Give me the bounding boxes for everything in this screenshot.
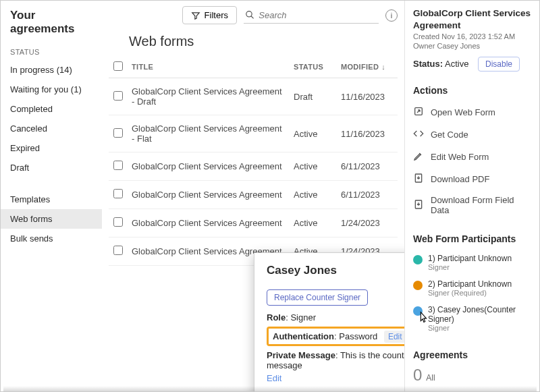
cell-status: Active [290,152,337,181]
edit-icon [413,150,424,163]
row-checkbox[interactable] [113,128,123,138]
info-icon[interactable]: i [385,9,398,22]
nav-item[interactable]: In progress (14) [1,60,102,80]
cell-status: Active [290,209,337,237]
nav-item[interactable]: Canceled [1,119,102,138]
open-icon [413,106,424,119]
table-row[interactable]: GlobalCorp Client Services AgreementActi… [109,181,398,209]
nav-item[interactable]: Completed [1,99,102,119]
row-checkbox[interactable] [113,189,123,198]
cell-modified: 11/16/2023 [337,78,398,115]
participants-heading: Web Form Participants [413,233,533,244]
search-field[interactable] [244,7,379,24]
role-row: Role: Signer [267,312,404,323]
select-all-checkbox[interactable] [113,61,123,71]
col-modified[interactable]: MODIFIED↓ [337,56,398,78]
main-content: Filters i Web forms TITLE STATUS MODIFIE… [102,1,404,391]
cell-title: GlobalCorp Client Services Agreement [128,181,290,209]
cell-status: Active [290,115,337,152]
row-checkbox[interactable] [113,91,123,101]
table-row[interactable]: GlobalCorp Client Services Agreement - D… [109,78,398,115]
agreements-count: 0All [413,366,533,385]
cell-title: GlobalCorp Client Services Agreement - D… [128,78,290,115]
popover-name: Casey Jones [267,264,404,277]
actions-heading: Actions [413,85,533,96]
counter-signer-popover: Casey Jones Replace Counter Signer Role:… [254,252,404,391]
page-title: Your agreements [1,9,102,48]
auth-edit-link[interactable]: Edit [384,331,404,343]
participant-dot-icon [413,281,423,290]
col-title[interactable]: TITLE [128,56,290,78]
filters-button[interactable]: Filters [182,6,237,24]
search-input[interactable] [259,10,377,20]
action-code[interactable]: Get Code [413,123,533,146]
table-row[interactable]: GlobalCorp Client Services Agreement - F… [109,115,398,152]
cell-modified: 6/11/2023 [337,181,398,209]
table-row[interactable]: GlobalCorp Client Services AgreementActi… [109,209,398,237]
participant-item[interactable]: 3) Casey Jones(Counter Signer)Signer [413,301,533,336]
nav-item[interactable]: Web forms [1,209,102,229]
agreements-heading: Agreements [413,349,533,360]
cell-title: GlobalCorp Client Services Agreement [128,152,290,181]
status-heading: STATUS [1,48,102,60]
search-icon [245,9,254,20]
participant-item[interactable]: 1) Participant UnknownSigner [413,250,533,275]
action-pdf[interactable]: Download PDF [413,168,533,190]
disable-button[interactable]: Disable [478,57,520,72]
row-checkbox[interactable] [113,217,123,227]
participant-dot-icon [413,255,423,264]
svg-point-0 [246,11,252,17]
webforms-table: TITLE STATUS MODIFIED↓ GlobalCorp Client… [109,56,398,266]
nav-item[interactable]: Expired [1,138,102,158]
sidebar: Your agreements STATUS In progress (14)W… [1,1,102,391]
cell-title: GlobalCorp Client Services Agreement - F… [128,115,290,152]
agreement-title: GlobalCorp Client Services Agreement [413,7,533,31]
sort-down-icon: ↓ [381,63,385,71]
status-row: Status: Active Disable [413,57,533,72]
row-checkbox[interactable] [113,161,123,170]
action-data[interactable]: Download Form Field Data [413,190,533,220]
main-heading: Web forms [129,34,398,49]
nav-item[interactable]: Bulk sends [1,229,102,248]
cell-modified: 1/24/2023 [337,209,398,237]
cell-status: Active [290,181,337,209]
action-open[interactable]: Open Web Form [413,101,533,123]
data-icon [413,199,424,212]
authentication-row: Authentication: Password Edit [267,327,404,346]
owner: Owner Casey Jones [413,42,533,50]
details-panel: GlobalCorp Client Services Agreement Cre… [404,1,539,391]
created-date: Created Nov 16, 2023 1:52 AM [413,32,533,40]
table-row[interactable]: GlobalCorp Client Services AgreementActi… [109,152,398,181]
nav-item[interactable]: Templates [1,190,102,209]
participant-dot-icon [413,306,423,316]
row-checkbox[interactable] [113,246,123,255]
private-message-row: Private Message: This is the counter-sig… [267,350,404,383]
cell-modified: 6/11/2023 [337,152,398,181]
toolbar: Filters i [109,6,398,24]
code-icon [413,128,424,141]
cell-status: Draft [290,78,337,115]
col-status[interactable]: STATUS [290,56,337,78]
nav-item[interactable]: Draft [1,158,102,177]
cell-title: GlobalCorp Client Services Agreement [128,209,290,237]
participant-item[interactable]: 2) Participant UnknownSigner (Required) [413,275,533,301]
nav-item[interactable]: Waiting for you (1) [1,80,102,99]
replace-counter-signer-button[interactable]: Replace Counter Signer [267,289,368,306]
privmsg-edit-link[interactable]: Edit [267,373,281,383]
filter-icon [191,11,200,20]
cell-modified: 11/16/2023 [337,115,398,152]
action-edit[interactable]: Edit Web Form [413,146,533,168]
filters-label: Filters [205,10,228,20]
pdf-icon [413,173,424,186]
